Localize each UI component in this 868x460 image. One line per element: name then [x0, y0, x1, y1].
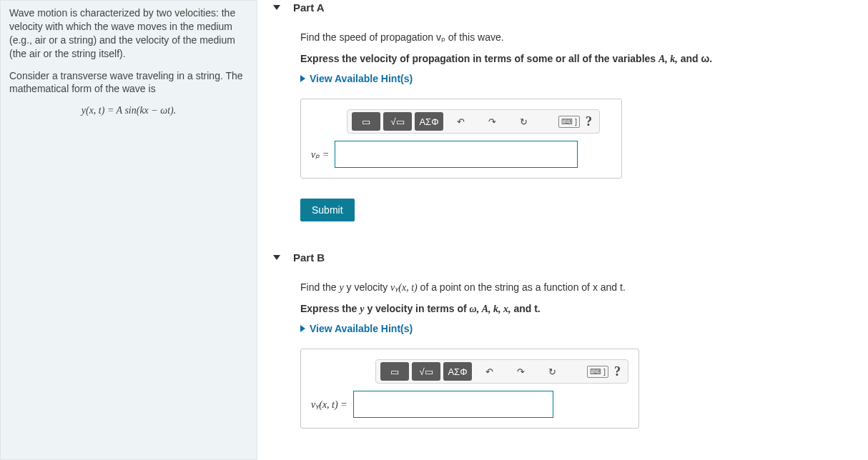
template-button[interactable]: ▭ [352, 112, 380, 131]
collapse-icon [273, 255, 280, 260]
reset-button[interactable]: ↻ [538, 362, 566, 381]
undo-button[interactable]: ↶ [446, 112, 475, 131]
undo-button[interactable]: ↶ [475, 362, 503, 381]
template-button[interactable]: ▭ [380, 362, 409, 381]
main-content: Part A Find the speed of propagation vₚ … [257, 0, 868, 460]
part-b-answer-label: vᵧ(x, t) = [311, 399, 347, 411]
keyboard-button[interactable]: ⌨ ] [558, 116, 580, 128]
chevron-right-icon [300, 75, 305, 82]
part-a-answer-box: ▭ √▭ ΑΣΦ ↶ ↷ ↻ ⌨ ] ? vₚ = [300, 99, 622, 179]
redo-button[interactable]: ↷ [506, 362, 535, 381]
part-a-question: Find the speed of propagation vₚ of this… [300, 31, 854, 45]
chevron-right-icon [300, 325, 305, 332]
part-b-body: Find the y y velocity vᵧ(x, t) of a poin… [257, 271, 868, 454]
greek-button[interactable]: ΑΣΦ [443, 362, 472, 381]
equation-toolbar: ▭ √▭ ΑΣΦ ↶ ↷ ↻ ⌨ ] ? [347, 109, 600, 134]
part-a-submit-button[interactable]: Submit [300, 199, 355, 221]
part-a-header[interactable]: Part A [257, 0, 868, 21]
part-a-answer-input[interactable] [335, 141, 578, 168]
part-b-answer-input[interactable] [353, 391, 553, 418]
part-b-question: Find the y y velocity vᵧ(x, t) of a poin… [300, 281, 854, 295]
sqrt-button[interactable]: √▭ [383, 112, 412, 131]
hints-label: View Available Hint(s) [310, 73, 413, 84]
part-b-title: Part B [293, 251, 325, 264]
sqrt-button[interactable]: √▭ [412, 362, 440, 381]
equation-toolbar: ▭ √▭ ΑΣΦ ↶ ↷ ↻ ⌨ ] ? [375, 359, 628, 384]
reset-button[interactable]: ↻ [509, 112, 538, 131]
part-a-express: Express the velocity of propagation in t… [300, 52, 854, 66]
intro-paragraph-2: Consider a transverse wave traveling in … [9, 69, 248, 96]
help-button[interactable]: ? [611, 364, 623, 379]
part-b-express: Express the y y velocity in terms of ω, … [300, 302, 854, 316]
part-b-answer-box: ▭ √▭ ΑΣΦ ↶ ↷ ↻ ⌨ ] ? vᵧ(x, t) = [300, 349, 639, 429]
part-b-hints-toggle[interactable]: View Available Hint(s) [300, 323, 854, 334]
greek-button[interactable]: ΑΣΦ [415, 112, 443, 131]
redo-button[interactable]: ↷ [478, 112, 506, 131]
problem-intro-panel: Wave motion is characterized by two velo… [0, 0, 257, 460]
keyboard-button[interactable]: ⌨ ] [587, 366, 608, 378]
intro-paragraph-1: Wave motion is characterized by two velo… [9, 6, 248, 61]
part-a-hints-toggle[interactable]: View Available Hint(s) [300, 73, 854, 84]
part-b-header[interactable]: Part B [257, 250, 868, 271]
part-a-title: Part A [293, 1, 325, 14]
collapse-icon [273, 5, 280, 10]
part-a-answer-label: vₚ = [311, 149, 329, 161]
part-a-body: Find the speed of propagation vₚ of this… [257, 21, 868, 237]
wave-equation: y(x, t) = A sin(kx − ωt). [9, 104, 248, 118]
help-button[interactable]: ? [583, 114, 595, 129]
hints-label: View Available Hint(s) [310, 323, 413, 334]
